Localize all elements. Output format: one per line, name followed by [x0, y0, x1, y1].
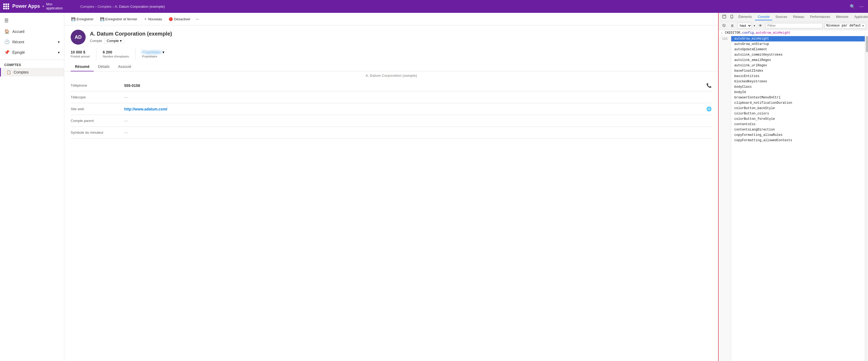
autocomplete-item-14[interactable]: colorButton_colors	[731, 111, 865, 116]
devtools-tab-performances[interactable]: Performances	[807, 14, 833, 20]
app-chevron-icon[interactable]: ▾	[42, 5, 44, 8]
autocomplete-item-7[interactable]: basicEntities	[731, 73, 865, 79]
autocomplete-item-19[interactable]: copyFormatting_allowedContexts	[731, 138, 865, 143]
autocomplete-item-0[interactable]: autoGrow_minHeight	[731, 36, 865, 41]
tab-associe[interactable]: Associé	[114, 62, 135, 71]
record-type-badge[interactable]: Compte ▾	[104, 38, 124, 43]
pin-icon: 📌	[4, 50, 10, 55]
sidebar-nav-label: Comptes	[14, 70, 29, 74]
tab-details-label: Détails	[98, 64, 110, 69]
sidebar-top: ☰ 🏠 Accueil 🕐 Récent ▾ 📌 Épinglé ▾	[0, 13, 64, 60]
autocomplete-item-3[interactable]: autolink_commitKeystrokes	[731, 52, 865, 58]
phone-icon: 📞	[706, 83, 712, 88]
toolbar-more-button[interactable]: ⋯	[194, 15, 201, 23]
devtools-filter-input[interactable]	[766, 23, 823, 28]
app-branding: Power Apps ▾ Mon application	[3, 2, 78, 10]
autocomplete-item-11[interactable]: browserContextMenuOnCtrl	[731, 95, 865, 100]
chevron-recent-icon: ▾	[58, 40, 60, 44]
devtools-levels-dropdown[interactable]: Niveaux par défaut ▾	[825, 23, 866, 29]
breadcrumb-item-3: A. Datum Corporation (exemple)	[115, 4, 165, 8]
record-view: AD A. Datum Corporation (exemple) Compte…	[64, 25, 718, 361]
sidebar-item-epingle[interactable]: 📌 Épinglé ▾	[0, 47, 64, 58]
devtools-pause-button[interactable]: ⏸	[729, 23, 736, 29]
autocomplete-item-16[interactable]: contentsCss	[731, 122, 865, 127]
content-area: 💾 Enregistrer 💾 Enregistrer et fermer ＋ …	[64, 13, 718, 361]
search-button[interactable]: 🔍	[849, 3, 856, 10]
new-icon: ＋	[144, 17, 147, 22]
devtools-tab-application[interactable]: Application	[852, 14, 868, 20]
devtools-inspect-button[interactable]	[721, 13, 728, 20]
breadcrumb-item-1[interactable]: Comptes	[80, 4, 94, 8]
devtools-context-select[interactable]: haut	[737, 23, 752, 29]
sidebar-item-accueil[interactable]: 🏠 Accueil	[0, 26, 64, 37]
more-options-button[interactable]: ⋯	[858, 3, 865, 10]
breadcrumb-item-2[interactable]: Comptes	[97, 4, 111, 8]
devtools-eye-button[interactable]: 👁	[757, 23, 764, 29]
devtools-tab-console[interactable]: Console	[755, 14, 772, 20]
tab-resume-label: Résumé	[75, 64, 89, 69]
new-button[interactable]: ＋ Nouveau	[141, 15, 165, 23]
autocomplete-area: 185 autoGrow_minHeight autoGrow_onStartu…	[719, 36, 868, 361]
field-label-symbole-minuteur: Symbole du minuteur	[71, 131, 124, 134]
console-text[interactable]: CKEDITOR.config.autoGrow_minHeight	[725, 31, 790, 35]
devtools-scrollbar[interactable]	[865, 36, 868, 361]
autocomplete-item-5[interactable]: autolink_urlRegex	[731, 63, 865, 68]
levels-chevron-icon: ▾	[862, 24, 864, 28]
devtools-tab-reseau[interactable]: Réseau	[790, 14, 807, 20]
autocomplete-item-15[interactable]: colorButton_foreStyle	[731, 116, 865, 122]
autocomplete-item-18[interactable]: copyFormatting_allowRules	[731, 132, 865, 138]
save-close-button[interactable]: 💾 Enregistrer et fermer	[97, 15, 140, 23]
stat-label-0: Produit annuel	[71, 55, 90, 58]
levels-label: Niveaux par défaut	[826, 24, 861, 28]
devtools-content: › CKEDITOR.config.autoGrow_minHeight 185…	[719, 30, 868, 361]
owner-stat-row: Propriétaire ▾	[142, 50, 164, 54]
web-icon: 🌐	[706, 106, 712, 111]
devtools-tab-memoire[interactable]: Mémoire	[833, 14, 851, 20]
record-stats: 10 000 $ Produit annuel 6 200 Nombre d'e…	[71, 48, 712, 60]
field-label-compte-parent: Compte parent	[71, 119, 124, 123]
autocomplete-item-17[interactable]: contentsLangDirection	[731, 127, 865, 132]
stat-label-1: Nombre d'employés	[103, 55, 129, 58]
devtools-device-button[interactable]	[728, 13, 735, 20]
main-layout: ☰ 🏠 Accueil 🕐 Récent ▾ 📌 Épinglé ▾	[0, 13, 868, 361]
devtools-tab-sources[interactable]: Sources	[773, 14, 790, 20]
devtools-tab-elements[interactable]: Éléments	[736, 14, 754, 20]
save-close-label: Enregistrer et fermer	[105, 17, 137, 21]
field-label-telephone: Téléphone	[71, 84, 124, 88]
save-button[interactable]: 💾 Enregistrer	[68, 15, 96, 23]
autocomplete-item-2[interactable]: autoUpdateElement	[731, 47, 865, 52]
autocomplete-item-1[interactable]: autoGrow_onStartup	[731, 41, 865, 47]
devtools-clear-button[interactable]	[721, 23, 727, 29]
field-label-telecopie: Télécopie	[71, 95, 124, 99]
field-value-siteweb: http://www.adatum.com/ 🌐	[124, 106, 712, 111]
waffle-icon[interactable]	[3, 3, 9, 9]
autocomplete-item-9[interactable]: bodyClass	[731, 84, 865, 90]
autocomplete-item-8[interactable]: blockedKeystrokes	[731, 79, 865, 84]
record-title: A. Datum Corporation (exemple)	[90, 31, 712, 37]
app-subtitle: Mon application	[46, 2, 63, 10]
svg-rect-0	[723, 15, 726, 18]
tab-resume[interactable]: Résumé	[71, 62, 94, 71]
hamburger-menu[interactable]: ☰	[0, 15, 64, 26]
stat-employees: 6 200 Nombre d'employés	[103, 48, 135, 60]
autocomplete-item-12[interactable]: clipboard_notificationDuration	[731, 100, 865, 106]
autocomplete-item-6[interactable]: baseFloatZIndex	[731, 68, 865, 73]
sidebar-item-recent[interactable]: 🕐 Récent ▾	[0, 37, 64, 47]
autocomplete-item-4[interactable]: autolink_emailRegex	[731, 58, 865, 63]
stat-value-0: 10 000 $	[71, 50, 90, 54]
record-header: AD A. Datum Corporation (exemple) Compte…	[64, 25, 718, 71]
devtools-scrollbar-thumb	[866, 36, 868, 52]
deactivate-button[interactable]: 🔴 Désactiver	[166, 15, 193, 23]
sidebar-nav-comptes[interactable]: 📋 Comptes	[0, 68, 64, 76]
home-icon: 🏠	[4, 29, 10, 34]
console-line: › CKEDITOR.config.autoGrow_minHeight	[719, 30, 868, 36]
field-compte-parent: Compte parent ---	[71, 115, 712, 127]
tab-details[interactable]: Détails	[94, 62, 114, 71]
autocomplete-item-10[interactable]: bodyId	[731, 90, 865, 95]
stat-owner: Propriétaire ▾ Propriétaire	[142, 48, 170, 60]
console-ckeditor: CKEDITOR	[725, 31, 740, 35]
autocomplete-item-13[interactable]: colorButton_backStyle	[731, 106, 865, 111]
deactivate-label: Désactiver	[174, 17, 190, 21]
stat-label-2: Propriétaire	[142, 55, 164, 58]
field-group-title: A. Datum Corporation (sample)	[71, 71, 712, 80]
